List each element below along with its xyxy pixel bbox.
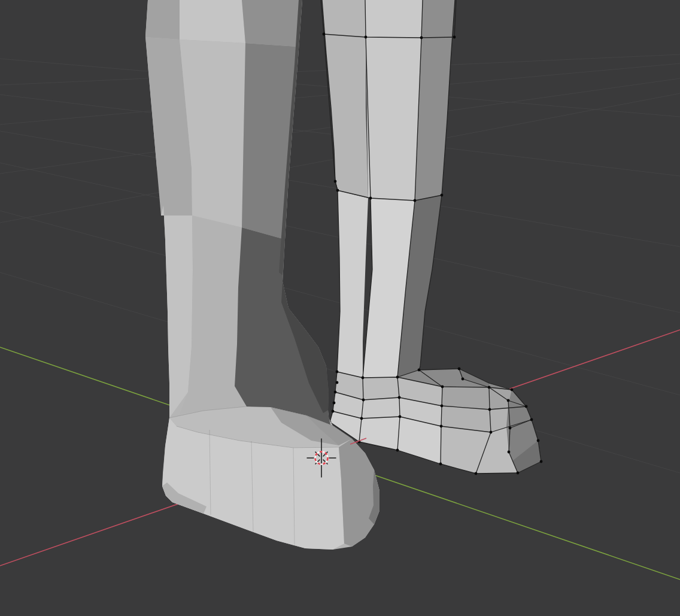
vertex-dot[interactable] bbox=[439, 463, 442, 466]
vertex-dot[interactable] bbox=[525, 405, 528, 408]
mesh-face[interactable] bbox=[365, 0, 423, 201]
vertex-dot[interactable] bbox=[336, 381, 339, 384]
vertex-dot[interactable] bbox=[488, 386, 491, 389]
vertex-dot[interactable] bbox=[490, 431, 493, 434]
vertex-dot[interactable] bbox=[362, 399, 365, 402]
vertex-dot[interactable] bbox=[453, 36, 456, 39]
blender-3d-viewport[interactable] bbox=[0, 0, 680, 616]
vertex-dot[interactable] bbox=[334, 391, 337, 394]
vertex-dot[interactable] bbox=[396, 376, 399, 379]
vertex-dot[interactable] bbox=[517, 472, 520, 475]
vertex-dot[interactable] bbox=[540, 460, 543, 463]
vertex-dot[interactable] bbox=[462, 378, 465, 381]
vertex-dot[interactable] bbox=[441, 194, 444, 197]
vertex-dot[interactable] bbox=[530, 418, 533, 421]
vertex-dot[interactable] bbox=[362, 377, 365, 380]
vertex-dot[interactable] bbox=[508, 451, 511, 454]
vertex-dot[interactable] bbox=[334, 180, 337, 183]
vertex-dot[interactable] bbox=[323, 33, 326, 36]
mesh-face[interactable] bbox=[180, 0, 245, 43]
vertex-dot[interactable] bbox=[369, 197, 372, 200]
vertex-dot[interactable] bbox=[488, 408, 491, 411]
viewport-canvas[interactable] bbox=[0, 0, 680, 616]
vertex-dot[interactable] bbox=[396, 449, 399, 452]
vertex-dot[interactable] bbox=[360, 417, 363, 420]
vertex-dot[interactable] bbox=[458, 368, 461, 371]
vertex-dot[interactable] bbox=[336, 189, 339, 192]
vertex-dot[interactable] bbox=[441, 405, 444, 408]
vertex-dot[interactable] bbox=[537, 439, 540, 442]
vertex-dot[interactable] bbox=[440, 425, 443, 428]
vertex-dot[interactable] bbox=[511, 389, 514, 392]
vertex-dot[interactable] bbox=[399, 415, 402, 418]
vertex-dot[interactable] bbox=[420, 37, 423, 40]
vertex-dot[interactable] bbox=[414, 199, 417, 202]
vertex-dot[interactable] bbox=[332, 410, 335, 413]
vertex-dot[interactable] bbox=[509, 427, 512, 430]
vertex-dot[interactable] bbox=[475, 472, 478, 475]
vertex-dot[interactable] bbox=[398, 396, 401, 399]
vertex-dot[interactable] bbox=[336, 371, 339, 374]
vertex-dot[interactable] bbox=[365, 36, 368, 39]
vertex-dot[interactable] bbox=[507, 399, 510, 402]
vertex-dot[interactable] bbox=[441, 386, 444, 389]
mesh-face[interactable] bbox=[242, 0, 302, 47]
vertex-dot[interactable] bbox=[418, 369, 421, 372]
vertex-dot[interactable] bbox=[333, 402, 336, 405]
mesh-face[interactable] bbox=[145, 0, 180, 40]
